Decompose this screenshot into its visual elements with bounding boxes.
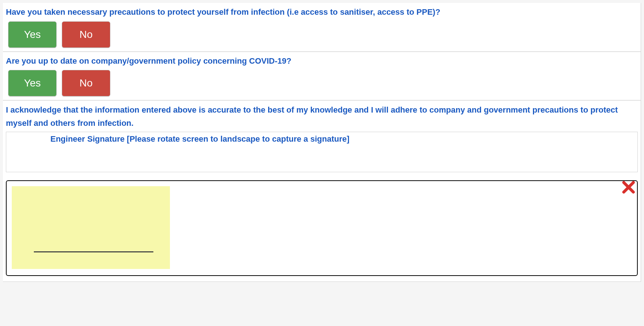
no-button[interactable]: No: [62, 70, 110, 96]
button-row: Yes No: [3, 70, 641, 96]
question-precautions: Have you taken necessary precautions to …: [3, 3, 641, 52]
question-label: Are you up to date on company/government…: [3, 56, 641, 70]
acknowledgement-text: I acknowledge that the information enter…: [3, 103, 641, 129]
signature-pad[interactable]: [12, 186, 170, 269]
acknowledgement-block: I acknowledge that the information enter…: [3, 100, 641, 281]
yes-button[interactable]: Yes: [8, 21, 57, 48]
clear-signature-button[interactable]: [622, 180, 636, 194]
form-container: Have you taken necessary precautions to …: [3, 3, 641, 282]
button-row: Yes No: [3, 21, 641, 48]
no-button[interactable]: No: [62, 21, 110, 48]
signature-label: Engineer Signature [Please rotate screen…: [9, 134, 634, 144]
question-policy: Are you up to date on company/government…: [3, 52, 641, 100]
close-icon: [622, 180, 636, 194]
signature-label-box: Engineer Signature [Please rotate screen…: [6, 132, 638, 172]
question-label: Have you taken necessary precautions to …: [3, 7, 641, 21]
yes-button[interactable]: Yes: [8, 70, 57, 96]
signature-line: [34, 251, 153, 252]
signature-panel: [6, 180, 638, 276]
